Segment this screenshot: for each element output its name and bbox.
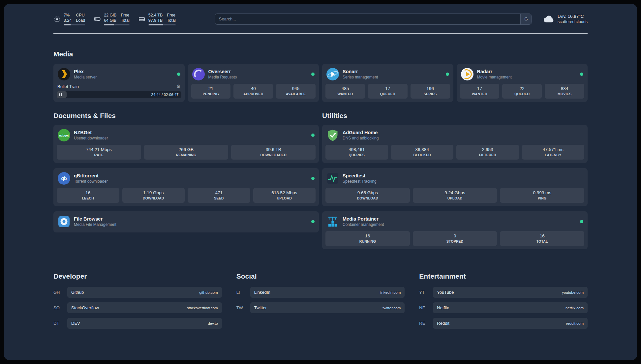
stat-label: REMAINING [145,153,227,157]
filebrowser-header[interactable]: File Browser Media File Management [57,215,316,229]
speedtest-header[interactable]: Speedtest Speedtest Tracking [325,171,584,188]
section-title-utilities: Utilities [322,112,588,120]
bookmark-link-stackoverflow[interactable]: StackOverflow stackoverflow.com [67,302,222,313]
stat-tile: 21PENDING [191,84,231,99]
service-subtitle: Torrent downloader [74,179,108,184]
adguard-icon [326,129,339,141]
gear-icon[interactable]: ⚙ [176,84,181,89]
cpu-percent: 7% [64,13,72,18]
service-subtitle: Media File Management [74,222,116,228]
bookmark-link-dev[interactable]: DEV dev.to [67,318,222,329]
bookmark-link-youtube[interactable]: YouTube youtube.com [433,287,588,298]
bookmark-abbr: RE [419,321,433,326]
disk-icon [138,15,145,23]
nzbget-header[interactable]: nzbget NZBGet Usenet downloader [57,128,316,145]
stat-label: UPLOAD [414,196,496,200]
bookmark-abbr: YT [419,290,433,295]
service-name: Speedtest [343,173,377,179]
now-playing-title: Bullet Train [57,84,79,89]
stat-value: 0 [414,233,496,238]
bookmark-link-linkedin[interactable]: LinkedIn linkedin.com [250,287,405,298]
bookmark-link-netflix[interactable]: Netflix netflix.com [433,302,588,313]
portainer-header[interactable]: Media Portainer Container management [325,215,584,231]
media-card-row: Plex Media server Bullet Train ⚙ 24:44 /… [53,64,588,102]
stat-label: WANTED [461,92,498,96]
cpu-values: 7% 3.24 [64,13,72,23]
memory-icon [94,15,101,23]
service-name: Media Portainer [343,216,384,222]
playback-seek-bar[interactable]: 24:44 / 02:06:47 [57,91,181,98]
stat-value: 0.993 ms [501,190,583,195]
stat-tile: 498,461QUERIES [325,145,388,160]
cpu-labels: CPU Load [76,13,85,23]
cloud-icon [543,14,554,25]
stat-tile: 40APPROVED [233,84,273,99]
status-dot [446,73,449,76]
stat-value: 17 [461,86,498,91]
bookmark-abbr: NF [419,305,433,310]
card-overseerr: Overseerr Media Requests 21PENDING 40APP… [188,64,319,102]
search-input[interactable] [215,14,520,24]
stat-label: QUEUED [369,92,406,96]
service-name: Sonarr [343,69,378,75]
search-provider-badge[interactable]: G [520,14,532,24]
stat-tile: 0STOPPED [413,231,497,246]
cpu-load: 3.24 [64,18,72,23]
resource-widgets: 7% 3.24 CPU Load [53,13,176,25]
card-sonarr: Sonarr Series management 485WANTED 17QUE… [322,64,453,102]
speedtest-stats: 9.65 GbpsDOWNLOAD 9.24 GbpsUPLOAD 0.993 … [325,188,584,203]
stat-value: 485 [327,86,364,91]
bookmark-link-reddit[interactable]: Reddit reddit.com [433,318,588,329]
plex-header[interactable]: Plex Media server [57,67,181,84]
pause-icon[interactable] [59,93,62,96]
stat-label: BLOCKED [392,153,452,157]
memory-bar [104,24,130,25]
stat-value: 945 [277,86,314,91]
memory-total: 64 GiB [104,18,116,23]
cpu-bar-fill [64,24,71,25]
radarr-header[interactable]: Radarr Movie management [460,67,585,84]
radarr-icon [461,68,473,80]
stat-tile: 471SEED [188,188,250,203]
speedtest-icon [326,172,339,185]
card-plex: Plex Media server Bullet Train ⚙ 24:44 /… [53,64,185,102]
service-name: File Browser [74,216,116,222]
bookmark-abbr: SO [53,305,67,310]
overseerr-header[interactable]: Overseerr Media Requests [191,67,316,84]
stat-value: 2,953 [458,147,518,152]
service-subtitle: DNS and adblocking [343,136,379,141]
service-name: AdGuard Home [343,130,379,136]
bookmark-abbr: LI [236,290,250,295]
nzbget-icon: nzbget [58,129,70,141]
stat-tile: 16RUNNING [325,231,410,246]
adguard-header[interactable]: AdGuard Home DNS and adblocking [325,128,584,145]
card-adguard: AdGuard Home DNS and adblocking 498,461Q… [322,125,588,163]
bookmark-link-github[interactable]: Github github.com [67,287,222,298]
service-name: NZBGet [74,130,108,136]
qbittorrent-header[interactable]: qb qBittorrent Torrent downloader [57,171,316,188]
stat-label: FILTERED [458,153,518,157]
status-dot [177,73,180,76]
stat-value: 16 [501,233,583,238]
sonarr-header[interactable]: Sonarr Series management [325,67,450,84]
service-name: Plex [74,69,97,75]
stat-label: QUEUED [504,92,540,96]
stat-value: 9.65 Gbps [327,190,409,195]
stat-value: 266 GB [145,147,227,152]
stat-label: RATE [58,153,140,157]
status-dot [580,73,583,76]
bookmark-abbr: DT [53,321,67,326]
adguard-stats: 498,461QUERIES 86,384BLOCKED 2,953FILTER… [325,145,584,160]
stat-label: WANTED [327,92,364,96]
stat-label: PENDING [193,92,229,96]
stat-label: PING [501,196,583,200]
stat-tile: 86,384BLOCKED [391,145,454,160]
status-dot [311,220,315,223]
stat-label: DOWNLOAD [124,196,184,200]
bookmark-link-twitter[interactable]: Twitter twitter.com [250,302,405,313]
stat-value: 744.21 Mbps [58,147,140,152]
section-title-media: Media [53,50,588,58]
search-bar[interactable]: G [215,14,532,25]
bookmark-row: DT DEV dev.to [53,318,222,329]
stat-tile: 266 GBREMAINING [144,145,229,160]
